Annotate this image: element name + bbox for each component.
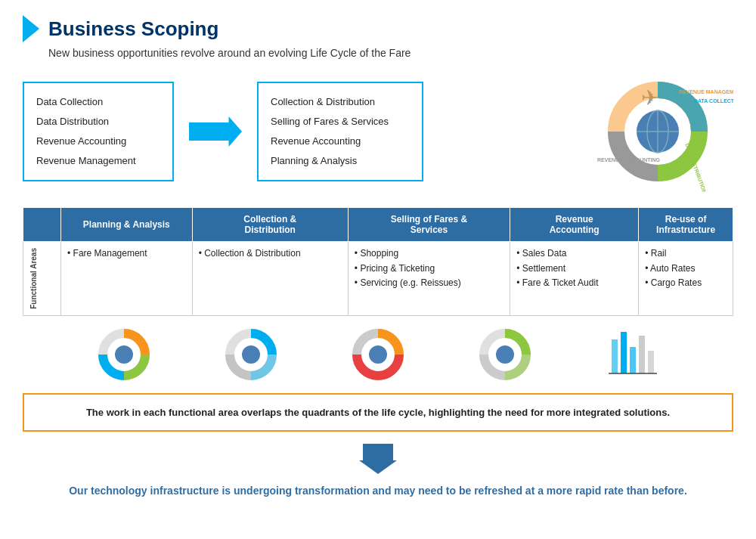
- list-item: Sales Data: [516, 248, 632, 260]
- list-item: Pricing & Ticketing: [355, 263, 503, 275]
- input-item-2: Data Distribution: [36, 112, 160, 132]
- svg-rect-19: [630, 347, 636, 373]
- cell-collection: Collection & Distribution: [192, 242, 348, 316]
- svg-rect-20: [639, 336, 645, 373]
- input-box: Data Collection Data Distribution Revenu…: [23, 82, 174, 181]
- top-content-area: Data Collection Data Distribution Revenu…: [23, 71, 733, 192]
- table-header-empty: [23, 208, 61, 242]
- list-item: Servicing (e.g. Reissues): [355, 277, 503, 290]
- functional-areas-table: Planning & Analysis Collection &Distribu…: [23, 207, 733, 316]
- page-subtitle: New business opportunities revolve aroun…: [48, 47, 733, 59]
- svg-marker-23: [359, 444, 397, 474]
- input-item-3: Revenue Accounting: [36, 132, 160, 151]
- table-header-revenue: RevenueAccounting: [510, 208, 639, 242]
- svg-text:DATA COLLECT: DATA COLLECT: [694, 98, 733, 104]
- output-item-3: Revenue Accounting: [271, 132, 410, 151]
- svg-rect-18: [621, 332, 627, 373]
- svg-rect-17: [612, 339, 618, 373]
- row-label-cell: Functional Areas: [23, 242, 61, 316]
- cell-planning: Fare Management: [61, 242, 193, 316]
- notice-box: The work in each functional area overlap…: [23, 393, 733, 432]
- down-arrow-icon: [359, 444, 397, 474]
- input-item-1: Data Collection: [36, 92, 160, 112]
- table-header-selling: Selling of Fares &Services: [348, 208, 510, 242]
- list-item: Collection & Distribution: [199, 248, 342, 260]
- table-row: Functional Areas Fare Management Collect…: [23, 242, 733, 316]
- list-item: Fare Management: [67, 248, 186, 260]
- output-item-4: Planning & Analysis: [271, 151, 410, 171]
- list-item: Rail: [645, 248, 727, 260]
- list-item: Shopping: [355, 248, 503, 260]
- svg-point-14: [369, 345, 387, 364]
- table-header-collection: Collection &Distribution: [192, 208, 348, 242]
- list-item: Settlement: [516, 263, 632, 275]
- icon-planning: [98, 328, 150, 381]
- icon-revenue: [479, 328, 531, 381]
- icon-selling: [352, 328, 404, 381]
- table-header-planning: Planning & Analysis: [61, 208, 193, 242]
- table-header-reuse: Re-use ofInfrastructure: [639, 208, 733, 242]
- header-section: Business Scoping: [23, 15, 733, 42]
- row-label: Functional Areas: [29, 248, 39, 309]
- output-item-2: Selling of Fares & Services: [271, 112, 410, 132]
- svg-text:REVENUE MANAGEMENT: REVENUE MANAGEMENT: [679, 89, 733, 94]
- icon-reuse: [606, 328, 658, 381]
- cell-reuse: Rail Auto Rates Cargo Rates: [639, 242, 733, 316]
- page-title: Business Scoping: [48, 17, 218, 41]
- svg-text:REVENUE ACCOUNTING: REVENUE ACCOUNTING: [597, 157, 661, 163]
- input-item-4: Revenue Management: [36, 151, 160, 171]
- bottom-text: Our technology infrastructure is undergo…: [23, 483, 733, 499]
- header-arrow-icon: [23, 15, 39, 42]
- notice-text: The work in each functional area overlap…: [86, 407, 670, 418]
- svg-rect-21: [648, 351, 654, 373]
- cell-revenue: Sales Data Settlement Fare & Ticket Audi…: [510, 242, 639, 316]
- output-item-1: Collection & Distribution: [271, 92, 410, 112]
- down-arrow-container: [23, 444, 733, 474]
- icon-collection: [225, 328, 277, 381]
- arrow-right-icon: [189, 116, 242, 147]
- cycle-diagram: ✈ REVENUE MANAGEMENT DATA COLLECT DATA D…: [582, 71, 733, 192]
- icons-row: [23, 328, 733, 381]
- list-item: Auto Rates: [645, 263, 727, 275]
- svg-point-12: [242, 345, 260, 364]
- svg-point-16: [496, 345, 514, 364]
- cell-selling: Shopping Pricing & Ticketing Servicing (…: [348, 242, 510, 316]
- list-item: Cargo Rates: [645, 277, 727, 290]
- output-box: Collection & Distribution Selling of Far…: [257, 82, 423, 181]
- svg-point-10: [115, 345, 133, 364]
- list-item: Fare & Ticket Audit: [516, 277, 632, 290]
